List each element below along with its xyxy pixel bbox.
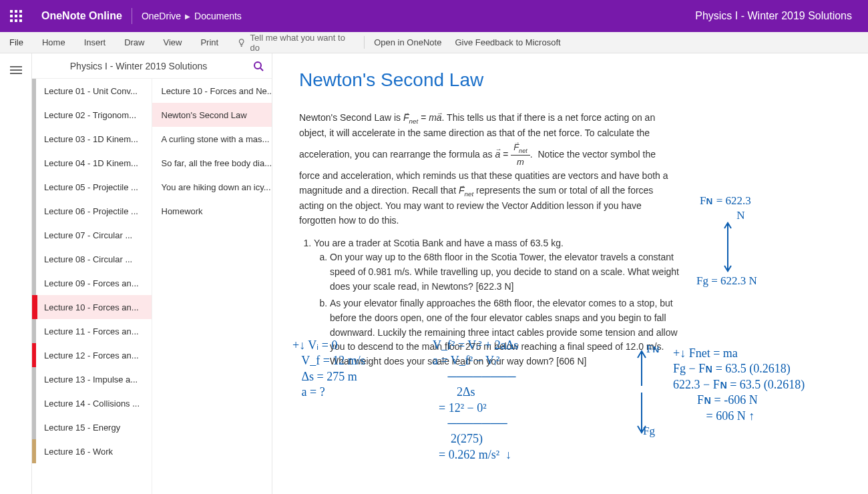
section-item[interactable]: Lecture 13 - Impulse a... [32, 367, 152, 391]
title-bar: OneNote Online OneDrive ▶ Documents Phys… [0, 0, 868, 32]
app-name[interactable]: OneNote Online [32, 10, 132, 22]
svg-rect-1 [15, 10, 17, 13]
section-item[interactable]: Lecture 02 - Trigonom... [32, 103, 152, 127]
tell-me-placeholder: Tell me what you want to do [250, 33, 353, 53]
section-item[interactable]: Lecture 01 - Unit Conv... [32, 79, 152, 103]
section-item[interactable]: Lecture 05 - Projectile ... [32, 175, 152, 199]
tab-home[interactable]: Home [33, 32, 75, 53]
tab-insert[interactable]: Insert [75, 32, 116, 53]
breadcrumb-folder[interactable]: Documents [194, 11, 242, 21]
intro-before: Newton's Second Law is [299, 112, 403, 123]
svg-rect-6 [10, 19, 13, 22]
section-list[interactable]: Lecture 01 - Unit Conv...Lecture 02 - Tr… [32, 79, 152, 494]
q1-stem: You are a trader at Scotia Bank and have… [314, 238, 564, 248]
chevron-right-icon: ▶ [185, 13, 190, 20]
svg-rect-0 [10, 10, 13, 13]
open-in-onenote[interactable]: Open in OneNote [367, 37, 448, 47]
section-item[interactable]: Lecture 14 - Collisions ... [32, 391, 152, 415]
section-item[interactable]: Lecture 15 - Energy [32, 415, 152, 439]
svg-line-12 [260, 68, 263, 71]
page-list[interactable]: Lecture 10 - Forces and Ne...Newton's Se… [152, 79, 272, 494]
tab-draw[interactable]: Draw [115, 32, 154, 53]
q1a: On your way up to the 68th floor in the … [330, 250, 686, 294]
ribbon: File Home Insert Draw View Print Tell me… [0, 32, 868, 53]
page-body[interactable]: Newton's Second Law is Fnet = ma. This t… [299, 111, 673, 228]
section-item[interactable]: Lecture 16 - Work [32, 439, 152, 463]
page-item[interactable]: Lecture 10 - Forces and Ne... [152, 79, 272, 103]
nav-rail [0, 53, 32, 494]
nav-toggle-button[interactable] [6, 60, 26, 80]
give-feedback[interactable]: Give Feedback to Microsoft [448, 37, 567, 47]
page-item[interactable]: A curling stone with a mas... [152, 127, 272, 151]
svg-point-11 [254, 62, 261, 69]
intro-after: . Notice the vector symbol the force and… [299, 149, 668, 226]
ink-fn-top: Fɴ = 622.3 N [700, 194, 751, 223]
section-item[interactable]: Lecture 06 - Projectile ... [32, 199, 152, 223]
section-item[interactable]: Lecture 07 - Circular ... [32, 223, 152, 247]
ink-fbd-arrow-1 [721, 220, 734, 274]
ink-newton2: +↓ Fnet = ma Fg − Fɴ = 63.5 (0.2618) 622… [673, 346, 805, 424]
lightbulb-icon [237, 38, 246, 47]
tab-view[interactable]: View [154, 32, 192, 53]
section-item[interactable]: Lecture 11 - Forces an... [32, 319, 152, 343]
section-item[interactable]: Lecture 03 - 1D Kinem... [32, 127, 152, 151]
svg-rect-7 [15, 19, 17, 22]
svg-rect-2 [19, 10, 22, 13]
page-item[interactable]: Homework [152, 199, 272, 223]
divider [364, 36, 365, 49]
tab-print[interactable]: Print [191, 32, 228, 53]
ink-fg-top: Fg = 622.3 N [696, 274, 757, 288]
search-icon [253, 61, 264, 71]
problem-1[interactable]: You are a trader at Scotia Bank and have… [299, 236, 686, 369]
svg-rect-8 [19, 19, 22, 22]
svg-rect-3 [10, 15, 13, 17]
notebook-title[interactable]: Physics I - Winter 2019 Solutions [695, 10, 868, 22]
svg-rect-5 [19, 15, 22, 17]
section-item[interactable]: Lecture 09 - Forces an... [32, 271, 152, 295]
tab-file[interactable]: File [0, 32, 33, 53]
navigation-pane: Physics I - Winter 2019 Solutions Lectur… [32, 53, 272, 494]
page-canvas[interactable]: Newton's Second Law Newton's Second Law … [272, 53, 868, 494]
section-item[interactable]: Lecture 12 - Forces an... [32, 343, 152, 367]
breadcrumb-root[interactable]: OneDrive [142, 11, 181, 21]
app-launcher-button[interactable] [0, 0, 32, 32]
breadcrumb: OneDrive ▶ Documents [132, 11, 242, 21]
tell-me-search[interactable]: Tell me what you want to do [228, 32, 361, 53]
section-item[interactable]: Lecture 04 - 1D Kinem... [32, 151, 152, 175]
nav-search-button[interactable] [245, 61, 272, 71]
page-item[interactable]: Newton's Second Law [152, 103, 272, 127]
page-title[interactable]: Newton's Second Law [299, 69, 841, 91]
page-item[interactable]: You are hiking down an icy... [152, 175, 272, 199]
svg-rect-4 [15, 15, 17, 17]
section-item[interactable]: Lecture 10 - Forces an... [32, 295, 152, 319]
nav-notebook-title[interactable]: Physics I - Winter 2019 Solutions [32, 61, 245, 71]
page-item[interactable]: So far, all the free body dia... [152, 151, 272, 175]
ink-fbd-arrow-2 [632, 346, 652, 439]
waffle-icon [10, 10, 22, 22]
section-item[interactable]: Lecture 08 - Circular ... [32, 247, 152, 271]
